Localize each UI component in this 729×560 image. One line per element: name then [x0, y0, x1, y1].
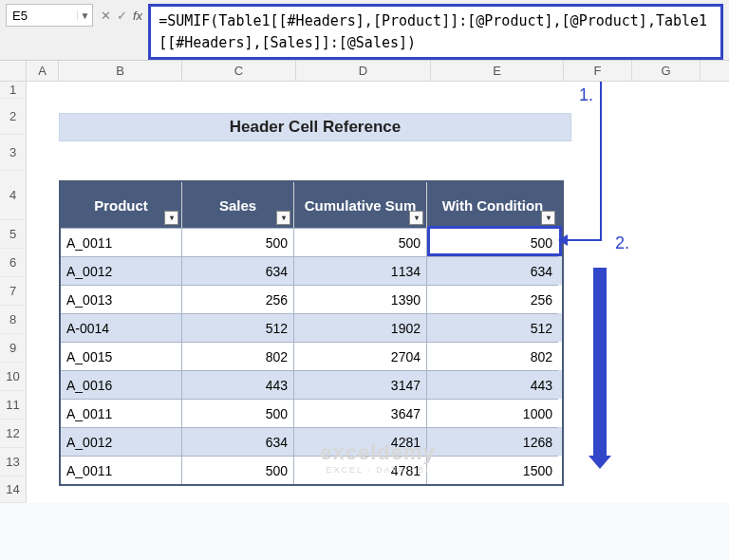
spreadsheet-grid: A B C D E F G 1234567891011121314 Header…	[0, 61, 729, 503]
col-header-d[interactable]: D	[296, 61, 431, 81]
row-header[interactable]: 3	[0, 135, 27, 171]
cell-product[interactable]: A_0011	[61, 399, 182, 427]
th-product[interactable]: Product▾	[61, 182, 182, 228]
row-header[interactable]: 6	[0, 249, 27, 277]
cell-cumsum[interactable]: 1390	[294, 285, 427, 313]
row-header[interactable]: 4	[0, 171, 27, 220]
select-all-corner[interactable]	[0, 61, 27, 81]
name-box-input[interactable]	[7, 7, 77, 25]
cell-cumsum[interactable]: 2704	[294, 342, 427, 370]
name-box-dropdown[interactable]: ▼	[77, 10, 92, 21]
annotation-2: 2.	[615, 233, 629, 253]
cell-sales[interactable]: 256	[182, 285, 294, 313]
cell-withcond[interactable]: 1000	[427, 399, 558, 427]
cell-cumsum[interactable]: 3147	[294, 370, 427, 399]
cell-withcond[interactable]: 512	[427, 313, 558, 342]
cell-withcond[interactable]: 256	[427, 285, 558, 313]
formula-input[interactable]: =SUMIF(Table1[[#Headers],[Product]]:[@Pr…	[148, 4, 723, 60]
col-header-e[interactable]: E	[431, 61, 564, 81]
table-row[interactable]: A_001150036471000	[61, 399, 562, 427]
table-row[interactable]: A_0011500500500	[61, 228, 562, 256]
table-row[interactable]: A_00126341134634	[61, 256, 562, 285]
col-header-a[interactable]: A	[27, 61, 59, 81]
cell-product[interactable]: A-0014	[61, 313, 182, 342]
row-header[interactable]: 2	[0, 99, 27, 135]
col-header-c[interactable]: C	[182, 61, 296, 81]
cell-product[interactable]: A_0013	[61, 285, 182, 313]
row-header[interactable]: 1	[0, 82, 27, 99]
cell-withcond[interactable]: 1268	[427, 427, 558, 456]
table-row[interactable]: A_001263442811268	[61, 427, 562, 456]
column-headers: A B C D E F G	[0, 61, 729, 82]
row-header[interactable]: 7	[0, 277, 27, 306]
cell-withcond[interactable]: 634	[427, 256, 558, 285]
cell-cumsum[interactable]: 3647	[294, 399, 427, 427]
cell-product[interactable]: A_0012	[61, 427, 182, 456]
name-box[interactable]: ▼	[6, 4, 93, 27]
down-arrow-icon	[593, 268, 607, 457]
cell-product[interactable]: A_0016	[61, 370, 182, 399]
row-header[interactable]: 5	[0, 220, 27, 249]
row-headers: 1234567891011121314	[0, 82, 27, 503]
arrow-head-icon	[558, 234, 568, 246]
table-row[interactable]: A_001150047811500	[61, 456, 562, 484]
row-header[interactable]: 8	[0, 306, 27, 334]
cell-product[interactable]: A_0011	[61, 456, 182, 484]
cell-sales[interactable]: 634	[182, 427, 294, 456]
formula-bar: ▼ ✕ ✓ fx =SUMIF(Table1[[#Headers],[Produ…	[0, 0, 729, 61]
row-header[interactable]: 13	[0, 448, 27, 476]
row-header[interactable]: 14	[0, 476, 27, 503]
cell-sales[interactable]: 500	[182, 456, 294, 484]
arrow-connector	[564, 239, 602, 241]
annotation-1: 1.	[579, 85, 593, 105]
table-row[interactable]: A_00132561390256	[61, 285, 562, 313]
table-row[interactable]: A_00164433147443	[61, 370, 562, 399]
th-cumsum[interactable]: Cumulative Sum▾	[294, 182, 427, 228]
filter-icon[interactable]: ▾	[541, 211, 555, 225]
table-row[interactable]: A-00145121902512	[61, 313, 562, 342]
cell-sales[interactable]: 443	[182, 370, 294, 399]
filter-icon[interactable]: ▾	[164, 211, 178, 225]
filter-icon[interactable]: ▾	[409, 211, 423, 225]
confirm-icon[interactable]: ✓	[117, 9, 127, 23]
col-header-f[interactable]: F	[564, 61, 632, 81]
cell-withcond[interactable]: 1500	[427, 456, 558, 484]
col-header-g[interactable]: G	[632, 61, 701, 81]
row-header[interactable]: 12	[0, 420, 27, 448]
col-header-b[interactable]: B	[59, 61, 182, 81]
cell-cumsum[interactable]: 1902	[294, 313, 427, 342]
formula-controls: ✕ ✓ fx	[101, 4, 142, 27]
cell-sales[interactable]: 802	[182, 342, 294, 370]
cell-cumsum[interactable]: 1134	[294, 256, 427, 285]
row-header[interactable]: 10	[0, 363, 27, 391]
table-row[interactable]: A_00158022704802	[61, 342, 562, 370]
cell-withcond[interactable]: 443	[427, 370, 558, 399]
cell-sales[interactable]: 634	[182, 256, 294, 285]
cell-cumsum[interactable]: 500	[294, 228, 427, 256]
cell-sales[interactable]: 500	[182, 228, 294, 256]
arrow-connector	[600, 82, 602, 241]
cell-product[interactable]: A_0011	[61, 228, 182, 256]
title-band: Header Cell Reference	[59, 113, 571, 141]
cell-product[interactable]: A_0012	[61, 256, 182, 285]
cell-cumsum[interactable]: 4281	[294, 427, 427, 456]
fx-icon[interactable]: fx	[133, 9, 142, 23]
sheet-cells[interactable]: Header Cell Reference Product▾ Sales▾ Cu…	[27, 82, 729, 503]
row-header[interactable]: 9	[0, 334, 27, 363]
row-header[interactable]: 11	[0, 391, 27, 420]
cancel-icon[interactable]: ✕	[101, 9, 111, 23]
cell-sales[interactable]: 512	[182, 313, 294, 342]
cell-withcond[interactable]: 802	[427, 342, 558, 370]
th-sales[interactable]: Sales▾	[182, 182, 294, 228]
data-table: Product▾ Sales▾ Cumulative Sum▾ With Con…	[59, 180, 564, 486]
filter-icon[interactable]: ▾	[276, 211, 290, 225]
cell-product[interactable]: A_0015	[61, 342, 182, 370]
cell-cumsum[interactable]: 4781	[294, 456, 427, 484]
th-withcond[interactable]: With Condition▾	[427, 182, 558, 228]
cell-sales[interactable]: 500	[182, 399, 294, 427]
table-header-row: Product▾ Sales▾ Cumulative Sum▾ With Con…	[61, 182, 562, 228]
cell-withcond[interactable]: 500	[427, 228, 558, 256]
